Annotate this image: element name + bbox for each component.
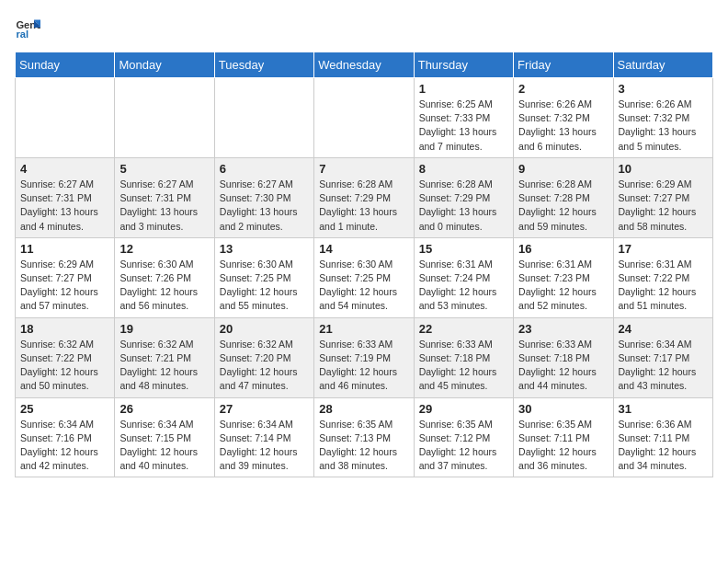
day-number: 23 xyxy=(518,322,608,336)
day-info: Sunrise: 6:28 AMSunset: 7:28 PMDaylight:… xyxy=(518,178,608,234)
day-number: 13 xyxy=(220,242,309,256)
day-number: 2 xyxy=(518,82,608,96)
logo-icon: Gene ral xyxy=(15,15,40,40)
calendar-cell: 5Sunrise: 6:27 AMSunset: 7:31 PMDaylight… xyxy=(115,157,214,237)
day-number: 8 xyxy=(419,162,508,176)
calendar-week-row: 4Sunrise: 6:27 AMSunset: 7:31 PMDaylight… xyxy=(16,157,713,237)
day-number: 9 xyxy=(518,162,608,176)
day-number: 21 xyxy=(319,322,408,336)
page-header: Gene ral xyxy=(15,15,713,40)
day-info: Sunrise: 6:30 AMSunset: 7:25 PMDaylight:… xyxy=(220,258,309,314)
day-number: 20 xyxy=(220,322,309,336)
calendar-cell: 8Sunrise: 6:28 AMSunset: 7:29 PMDaylight… xyxy=(414,157,513,237)
calendar-cell: 14Sunrise: 6:30 AMSunset: 7:25 PMDayligh… xyxy=(314,237,414,317)
day-info: Sunrise: 6:26 AMSunset: 7:32 PMDaylight:… xyxy=(518,98,608,154)
day-number: 14 xyxy=(319,242,408,256)
calendar-cell: 19Sunrise: 6:32 AMSunset: 7:21 PMDayligh… xyxy=(115,317,214,397)
calendar-cell: 29Sunrise: 6:35 AMSunset: 7:12 PMDayligh… xyxy=(414,397,513,477)
day-info: Sunrise: 6:31 AMSunset: 7:22 PMDaylight:… xyxy=(619,258,708,314)
calendar-cell: 11Sunrise: 6:29 AMSunset: 7:27 PMDayligh… xyxy=(16,237,115,317)
day-number: 15 xyxy=(419,242,508,256)
calendar-cell: 30Sunrise: 6:35 AMSunset: 7:11 PMDayligh… xyxy=(514,397,613,477)
day-number: 22 xyxy=(419,322,508,336)
calendar-cell: 16Sunrise: 6:31 AMSunset: 7:23 PMDayligh… xyxy=(514,237,613,317)
calendar-week-row: 18Sunrise: 6:32 AMSunset: 7:22 PMDayligh… xyxy=(16,317,713,397)
calendar-cell: 4Sunrise: 6:27 AMSunset: 7:31 PMDaylight… xyxy=(16,157,115,237)
day-number: 17 xyxy=(619,242,708,256)
calendar-cell xyxy=(16,78,115,158)
day-number: 19 xyxy=(119,322,209,336)
column-header-sunday: Sunday xyxy=(16,52,115,78)
calendar-cell: 12Sunrise: 6:30 AMSunset: 7:26 PMDayligh… xyxy=(115,237,214,317)
day-number: 6 xyxy=(220,162,309,176)
calendar-cell: 28Sunrise: 6:35 AMSunset: 7:13 PMDayligh… xyxy=(314,397,414,477)
day-info: Sunrise: 6:27 AMSunset: 7:31 PMDaylight:… xyxy=(20,178,109,234)
calendar-week-row: 25Sunrise: 6:34 AMSunset: 7:16 PMDayligh… xyxy=(16,397,713,477)
day-number: 5 xyxy=(119,162,209,176)
day-info: Sunrise: 6:36 AMSunset: 7:11 PMDaylight:… xyxy=(619,418,708,474)
calendar-week-row: 1Sunrise: 6:25 AMSunset: 7:33 PMDaylight… xyxy=(16,78,713,158)
calendar-cell: 9Sunrise: 6:28 AMSunset: 7:28 PMDaylight… xyxy=(514,157,613,237)
day-number: 25 xyxy=(20,402,109,416)
calendar-cell: 17Sunrise: 6:31 AMSunset: 7:22 PMDayligh… xyxy=(613,237,712,317)
day-number: 30 xyxy=(518,402,608,416)
calendar-cell: 27Sunrise: 6:34 AMSunset: 7:14 PMDayligh… xyxy=(214,397,313,477)
day-number: 18 xyxy=(20,322,109,336)
column-header-monday: Monday xyxy=(115,52,214,78)
calendar-cell xyxy=(115,78,214,158)
calendar-cell: 26Sunrise: 6:34 AMSunset: 7:15 PMDayligh… xyxy=(115,397,214,477)
calendar-week-row: 11Sunrise: 6:29 AMSunset: 7:27 PMDayligh… xyxy=(16,237,713,317)
day-info: Sunrise: 6:28 AMSunset: 7:29 PMDaylight:… xyxy=(319,178,408,234)
column-header-wednesday: Wednesday xyxy=(314,52,414,78)
day-info: Sunrise: 6:26 AMSunset: 7:32 PMDaylight:… xyxy=(619,98,708,154)
calendar-cell: 22Sunrise: 6:33 AMSunset: 7:18 PMDayligh… xyxy=(414,317,513,397)
calendar-cell xyxy=(314,78,414,158)
day-info: Sunrise: 6:31 AMSunset: 7:23 PMDaylight:… xyxy=(518,258,608,314)
day-number: 1 xyxy=(419,82,508,96)
calendar-cell: 1Sunrise: 6:25 AMSunset: 7:33 PMDaylight… xyxy=(414,78,513,158)
day-info: Sunrise: 6:34 AMSunset: 7:14 PMDaylight:… xyxy=(220,418,309,474)
day-info: Sunrise: 6:33 AMSunset: 7:19 PMDaylight:… xyxy=(319,338,408,394)
column-header-friday: Friday xyxy=(514,52,613,78)
calendar-cell: 6Sunrise: 6:27 AMSunset: 7:30 PMDaylight… xyxy=(214,157,313,237)
day-number: 11 xyxy=(20,242,109,256)
column-header-saturday: Saturday xyxy=(613,52,712,78)
day-info: Sunrise: 6:34 AMSunset: 7:16 PMDaylight:… xyxy=(20,418,109,474)
day-info: Sunrise: 6:32 AMSunset: 7:21 PMDaylight:… xyxy=(119,338,209,394)
day-info: Sunrise: 6:35 AMSunset: 7:11 PMDaylight:… xyxy=(518,418,608,474)
calendar-cell: 7Sunrise: 6:28 AMSunset: 7:29 PMDaylight… xyxy=(314,157,414,237)
calendar-cell: 13Sunrise: 6:30 AMSunset: 7:25 PMDayligh… xyxy=(214,237,313,317)
day-info: Sunrise: 6:34 AMSunset: 7:15 PMDaylight:… xyxy=(119,418,209,474)
logo: Gene ral xyxy=(15,15,44,40)
day-info: Sunrise: 6:28 AMSunset: 7:29 PMDaylight:… xyxy=(419,178,508,234)
day-number: 4 xyxy=(20,162,109,176)
calendar-cell: 10Sunrise: 6:29 AMSunset: 7:27 PMDayligh… xyxy=(613,157,712,237)
day-number: 29 xyxy=(419,402,508,416)
day-number: 31 xyxy=(619,402,708,416)
day-number: 26 xyxy=(119,402,209,416)
day-number: 3 xyxy=(619,82,708,96)
calendar-cell: 25Sunrise: 6:34 AMSunset: 7:16 PMDayligh… xyxy=(16,397,115,477)
day-info: Sunrise: 6:35 AMSunset: 7:12 PMDaylight:… xyxy=(419,418,508,474)
day-number: 27 xyxy=(220,402,309,416)
calendar-cell: 31Sunrise: 6:36 AMSunset: 7:11 PMDayligh… xyxy=(613,397,712,477)
day-info: Sunrise: 6:29 AMSunset: 7:27 PMDaylight:… xyxy=(619,178,708,234)
calendar-cell: 3Sunrise: 6:26 AMSunset: 7:32 PMDaylight… xyxy=(613,78,712,158)
calendar-cell: 21Sunrise: 6:33 AMSunset: 7:19 PMDayligh… xyxy=(314,317,414,397)
day-info: Sunrise: 6:25 AMSunset: 7:33 PMDaylight:… xyxy=(419,98,508,154)
day-info: Sunrise: 6:33 AMSunset: 7:18 PMDaylight:… xyxy=(518,338,608,394)
day-info: Sunrise: 6:34 AMSunset: 7:17 PMDaylight:… xyxy=(619,338,708,394)
calendar-cell: 18Sunrise: 6:32 AMSunset: 7:22 PMDayligh… xyxy=(16,317,115,397)
calendar-header-row: SundayMondayTuesdayWednesdayThursdayFrid… xyxy=(16,52,713,78)
day-info: Sunrise: 6:27 AMSunset: 7:30 PMDaylight:… xyxy=(220,178,309,234)
day-info: Sunrise: 6:30 AMSunset: 7:26 PMDaylight:… xyxy=(119,258,209,314)
day-info: Sunrise: 6:29 AMSunset: 7:27 PMDaylight:… xyxy=(20,258,109,314)
column-header-thursday: Thursday xyxy=(414,52,513,78)
svg-text:ral: ral xyxy=(16,29,28,40)
day-number: 16 xyxy=(518,242,608,256)
day-info: Sunrise: 6:33 AMSunset: 7:18 PMDaylight:… xyxy=(419,338,508,394)
calendar-cell xyxy=(214,78,313,158)
calendar-cell: 24Sunrise: 6:34 AMSunset: 7:17 PMDayligh… xyxy=(613,317,712,397)
day-info: Sunrise: 6:27 AMSunset: 7:31 PMDaylight:… xyxy=(119,178,209,234)
day-number: 12 xyxy=(119,242,209,256)
